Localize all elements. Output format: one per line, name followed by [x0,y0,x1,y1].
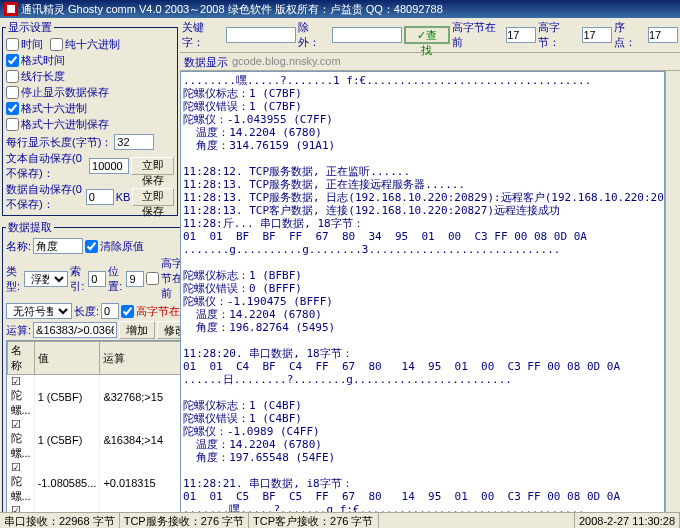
keyword-input[interactable] [226,27,296,43]
svg-rect-1 [7,5,15,13]
datasave-input[interactable] [86,189,114,205]
cb-time[interactable] [6,38,19,51]
cb-fmt-time[interactable] [6,54,19,67]
extract-row[interactable]: ☑ 陀螺...1 (C5BF)&16384;>14 [8,418,195,461]
save-now-button[interactable]: 立即保存 [131,157,174,175]
window-titlebar: 通讯精灵 Ghosty comm V4.0 2003～2008 绿色软件 版权所… [0,0,680,18]
display-settings-group: 显示设置 时间 纯十六进制 格式时间 线行长度 停止显示数据保存 格式十六进制 … [2,20,178,216]
cb-fmt-hex[interactable] [6,102,19,115]
tbf-input[interactable] [582,27,612,43]
extract-legend: 数据提取 [6,220,54,235]
len-input[interactable] [101,303,119,319]
cb-fmt16[interactable] [6,118,19,131]
idx-input[interactable] [88,271,106,287]
cb-extract[interactable] [85,240,98,253]
status-time: 2008-2-27 11:30:28 [575,513,680,528]
log-area[interactable]: ........嘿.....?.......1 f:€.............… [180,71,665,512]
extract-group: 数据提取 名称: 清除原值 类型:浮数 索引: 位置: 高字节在前 无符号整型 … [2,220,200,528]
autosave-input[interactable] [89,158,129,174]
top-controls: 关键字： 除外： ✓查找 高字节在前 高字节： 序点： [180,18,680,53]
window-title: 通讯精灵 Ghosty comm V4.0 2003～2008 绿色软件 版权所… [21,0,443,18]
cb-sbf[interactable] [121,305,134,318]
xbf-input[interactable] [648,27,678,43]
add-button[interactable]: 增加 [119,321,155,339]
cb-stop[interactable] [6,86,19,99]
extract-row[interactable]: ☑ 陀螺...-1.080585...+0.018315 [8,461,195,504]
status-tcpsrv: TCP服务接收：276 字节 [120,513,249,528]
extract-grid[interactable]: 名称值运算 ☑ 陀螺...1 (C5BF)&32768;>15☑ 陀螺...1 … [6,340,196,528]
name-input[interactable] [33,238,83,254]
log-vscroll[interactable] [665,71,680,512]
status-tcpcli: TCP客户接收：276 字节 [249,513,378,528]
pos-input[interactable] [126,271,144,287]
expr-input[interactable] [33,322,117,338]
app-icon [4,2,18,16]
find-button[interactable]: ✓查找 [404,26,450,44]
cb-hbf[interactable] [146,272,159,285]
type-select[interactable]: 浮数 [24,271,68,287]
cb-linelen[interactable] [6,70,19,83]
status-serial: 串口接收：22968 字节 [0,513,120,528]
hbf-input[interactable] [506,27,536,43]
except-input[interactable] [332,27,402,43]
per-line-input[interactable] [114,134,154,150]
grp-select[interactable]: 无符号整型 [6,303,72,319]
status-bar: 串口接收：22968 字节 TCP服务接收：276 字节 TCP客户接收：276… [0,512,680,528]
cb-hex[interactable] [50,38,63,51]
display-legend: 显示设置 [6,20,54,35]
save-now2-button[interactable]: 立即保存 [132,188,174,206]
extract-row[interactable]: ☑ 陀螺...1 (C5BF)&32768;>15 [8,375,195,419]
